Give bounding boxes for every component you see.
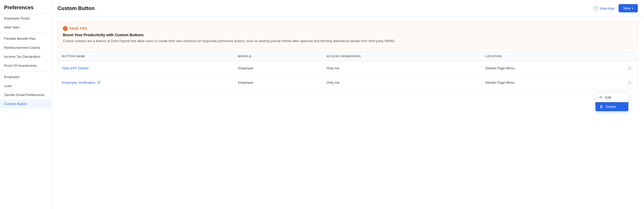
view-epf-details-link[interactable]: View EPF Details xyxy=(62,66,230,70)
col-header-button-name: BUTTON NAME xyxy=(58,52,234,61)
employee-verification-link[interactable]: Employee Verification 🔗 xyxy=(62,81,230,84)
context-menu: ✏ Edit 🗑 Delete xyxy=(595,92,629,111)
table-header-row: BUTTON NAME MODULE ACCESS PERMISSION LOC… xyxy=(58,52,638,61)
main-content: Custom Button 🕐 View logs New ▾ ? PAGE T… xyxy=(51,0,644,209)
button-name-cell: View EPF Details xyxy=(58,61,234,75)
header-actions: 🕐 View logs New ▾ xyxy=(593,4,638,12)
sidebar-item-web-tabs[interactable]: Web Tabs xyxy=(0,23,51,32)
sidebar: Preferences Employee Portal Web Tabs Fle… xyxy=(0,0,51,209)
col-header-access-permission: ACCESS PERMISSION xyxy=(322,52,481,61)
sidebar-item-loan[interactable]: Loan xyxy=(0,81,51,90)
col-header-module: MODULE xyxy=(234,52,322,61)
chevron-down-icon: ▾ xyxy=(632,7,633,10)
external-link-icon: 🔗 xyxy=(97,81,101,84)
tips-question-icon: ? xyxy=(63,26,68,31)
clock-icon: 🕐 xyxy=(593,6,598,11)
context-menu-delete[interactable]: 🗑 Delete xyxy=(595,102,628,111)
view-logs-button[interactable]: 🕐 View logs xyxy=(593,6,614,11)
module-cell: Employee xyxy=(234,61,322,75)
custom-buttons-table: BUTTON NAME MODULE ACCESS PERMISSION LOC… xyxy=(58,51,638,90)
button-name-cell: Employee Verification 🔗 xyxy=(58,75,234,90)
page-title: Custom Button xyxy=(58,5,94,11)
row-options-button-1[interactable]: ⊙ xyxy=(626,65,633,72)
table-row: View EPF Details Employee Only me Detail… xyxy=(58,61,638,75)
pencil-icon: ✏ xyxy=(600,95,603,99)
col-header-actions xyxy=(622,52,638,61)
sidebar-item-employee[interactable]: Employee xyxy=(0,72,51,81)
page-tips-description: Custom buttons are a feature of Zoho Pay… xyxy=(63,39,632,44)
access-permission-cell: Only me xyxy=(322,75,481,90)
page-tips-banner: ? PAGE TIPS Boost Your Productivity with… xyxy=(58,22,638,48)
sidebar-item-reimbursement-claims[interactable]: Reimbursement Claims xyxy=(0,43,51,52)
main-header: Custom Button 🕐 View logs New ▾ xyxy=(51,0,644,17)
page-tips-title: Boost Your Productivity with Custom Butt… xyxy=(63,33,632,37)
sidebar-item-income-tax-declaration[interactable]: Income Tax Declaration xyxy=(0,52,51,61)
sidebar-item-employee-portal[interactable]: Employee Portal xyxy=(0,14,51,23)
sidebar-item-proof-of-investments[interactable]: Proof Of Investments xyxy=(0,61,51,70)
access-permission-cell: Only me xyxy=(322,61,481,75)
sidebar-item-custom-button[interactable]: Custom Button xyxy=(0,99,51,108)
row-action-cell: ⊙ xyxy=(622,61,638,75)
sidebar-divider-2 xyxy=(0,71,51,71)
location-cell: Details Page Menu xyxy=(481,61,622,75)
module-cell: Employee xyxy=(234,75,322,90)
row-options-button-2[interactable]: ⊙ xyxy=(626,79,633,86)
col-header-location: LOCATION xyxy=(481,52,622,61)
row-action-cell: ⊙ xyxy=(622,75,638,90)
trash-icon: 🗑 xyxy=(600,105,603,109)
page-tips-header: ? PAGE TIPS xyxy=(63,26,632,31)
table-row: Employee Verification 🔗 Employee Only me… xyxy=(58,75,638,90)
location-cell: Details Page Menu xyxy=(481,75,622,90)
sidebar-divider-1 xyxy=(0,33,51,33)
sidebar-item-sender-email-preferences[interactable]: Sender Email Preferences xyxy=(0,90,51,99)
context-menu-edit[interactable]: ✏ Edit xyxy=(595,93,628,102)
new-button[interactable]: New ▾ xyxy=(619,4,638,12)
sidebar-title: Preferences xyxy=(0,0,51,14)
sidebar-item-flexible-benefit-plan[interactable]: Flexible Benefit Plan xyxy=(0,34,51,43)
